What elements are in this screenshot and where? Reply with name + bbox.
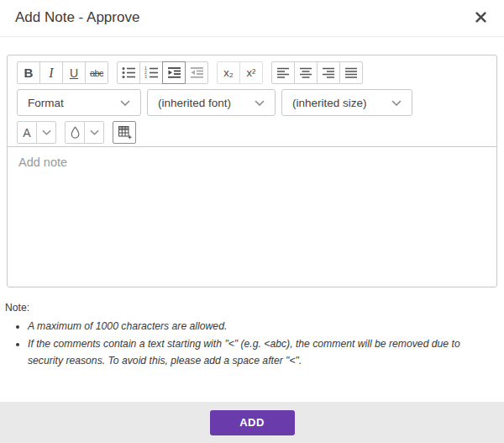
justify-button[interactable] — [339, 61, 363, 84]
font-dropdown-label: (inherited font) — [158, 97, 231, 109]
numbered-list-icon: 123 — [144, 66, 159, 79]
toolbar-row-3: A — [17, 121, 487, 144]
dialog-footer: ADD — [0, 402, 504, 443]
svg-text:3: 3 — [144, 74, 147, 79]
underline-button[interactable]: U — [62, 61, 86, 84]
note-text-input[interactable]: Add note — [8, 147, 496, 287]
text-color-dropdown-button[interactable] — [36, 121, 56, 144]
text-color-group: A — [17, 121, 56, 144]
sub-sup-group: x₂ x² — [217, 61, 263, 84]
align-left-button[interactable] — [271, 61, 295, 84]
rich-text-editor: B I U abc 123 — [7, 55, 497, 287]
format-dropdown-label: Format — [28, 97, 64, 109]
outdent-icon — [190, 66, 204, 79]
align-center-button[interactable] — [294, 61, 318, 84]
chevron-down-icon — [42, 129, 51, 135]
outdent-button[interactable] — [185, 61, 208, 84]
size-dropdown[interactable]: (inherited size) — [281, 89, 412, 116]
toolbar-row-1: B I U abc 123 — [17, 61, 487, 84]
insert-table-button[interactable] — [113, 121, 136, 144]
chevron-down-icon — [120, 100, 130, 106]
insert-table-icon — [118, 125, 132, 140]
close-icon — [475, 12, 486, 23]
bullet-list-button[interactable] — [117, 61, 140, 84]
chevron-down-icon — [391, 100, 402, 106]
chevron-down-icon — [90, 129, 99, 135]
align-right-icon — [323, 67, 335, 79]
font-dropdown[interactable]: (inherited font) — [147, 89, 276, 116]
superscript-button[interactable]: x² — [239, 61, 263, 84]
background-color-group — [65, 121, 104, 144]
chevron-down-icon — [255, 100, 265, 106]
indent-button[interactable] — [162, 61, 186, 84]
note-section: Note: A maximum of 1000 characters are a… — [5, 302, 496, 370]
justify-icon — [345, 67, 358, 79]
text-style-group: B I U abc — [17, 61, 108, 84]
subscript-button[interactable]: x₂ — [217, 61, 240, 84]
list-indent-group: 123 — [117, 61, 208, 84]
editor-toolbar: B I U abc 123 — [8, 55, 496, 147]
dialog-title: Add Note - Approve — [15, 9, 139, 26]
strikethrough-button[interactable]: abc — [85, 61, 108, 84]
note-list: A maximum of 1000 characters are allowed… — [5, 318, 496, 370]
add-button[interactable]: ADD — [210, 410, 295, 435]
italic-button[interactable]: I — [39, 61, 63, 84]
toolbar-row-2: Format (inherited font) (inherited size) — [17, 89, 487, 116]
indent-icon — [167, 66, 181, 79]
bold-button[interactable]: B — [17, 61, 40, 84]
bullet-list-icon — [122, 66, 136, 79]
note-heading: Note: — [5, 302, 496, 314]
text-color-button[interactable]: A — [17, 121, 37, 144]
background-color-button[interactable] — [65, 121, 85, 144]
align-right-button[interactable] — [317, 61, 340, 84]
note-item: If the comments contain a text starting … — [28, 335, 496, 370]
dialog-header: Add Note - Approve — [0, 0, 504, 37]
note-item: A maximum of 1000 characters are allowed… — [28, 318, 496, 335]
align-left-icon — [277, 67, 290, 79]
format-dropdown[interactable]: Format — [17, 89, 141, 116]
note-input-placeholder: Add note — [18, 156, 67, 169]
numbered-list-button[interactable]: 123 — [139, 61, 163, 84]
close-button[interactable] — [474, 10, 487, 24]
table-group — [113, 121, 136, 144]
size-dropdown-label: (inherited size) — [292, 97, 367, 109]
align-center-icon — [300, 67, 312, 79]
background-color-droplet-icon — [70, 126, 81, 139]
background-color-dropdown-button[interactable] — [84, 121, 104, 144]
alignment-group — [271, 61, 363, 84]
